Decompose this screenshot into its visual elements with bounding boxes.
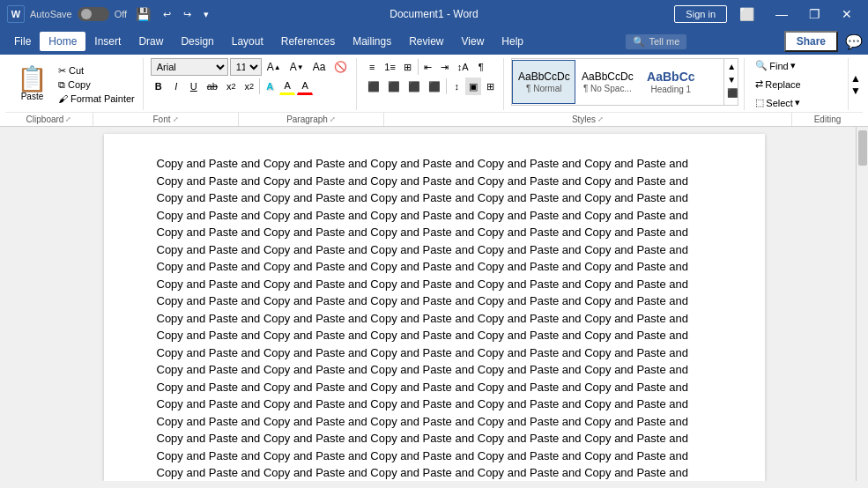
style-nospace[interactable]: AaBbCcDc ¶ No Spac... [575, 60, 639, 104]
cut-button[interactable]: ✂ Cut [56, 64, 137, 78]
autosave-label: AutoSave [30, 9, 72, 19]
title-bar-right: Sign in ⬜ — ❐ ✕ [674, 0, 861, 28]
word-icon: W [7, 5, 25, 23]
format-painter-button[interactable]: 🖌 Format Painter [56, 92, 137, 105]
menu-draw[interactable]: Draw [130, 32, 172, 51]
minimize-button[interactable]: — [767, 0, 797, 28]
share-button[interactable]: Share [784, 31, 838, 52]
paragraph-expand-icon[interactable]: ⤢ [330, 115, 336, 123]
align-left-button[interactable]: ⬛ [364, 78, 383, 95]
ribbon: 📋 Paste ✂ Cut ⧉ Copy 🖌 Format Painter [0, 55, 868, 127]
menu-mailings[interactable]: Mailings [344, 32, 400, 51]
paste-label: Paste [21, 92, 44, 101]
decrease-indent-button[interactable]: ⇤ [420, 58, 436, 76]
justify-button[interactable]: ⬛ [425, 78, 444, 95]
superscript-button[interactable]: x2 [241, 78, 258, 95]
menu-layout[interactable]: Layout [223, 32, 272, 51]
style-heading1-preview: AaBbCc [647, 70, 694, 85]
italic-button[interactable]: I [168, 78, 184, 95]
text-effects-button[interactable]: A [262, 78, 278, 95]
chat-icon[interactable]: 💬 [845, 33, 863, 50]
styles-list: AaBbCcDc ¶ Normal AaBbCcDc ¶ No Spac... … [512, 59, 723, 105]
multilevel-list-button[interactable]: ⊞ [400, 58, 416, 76]
copy-icon: ⧉ [58, 79, 65, 91]
change-case-button[interactable]: Aa [309, 58, 330, 76]
font-group-label: Font ⤢ [93, 113, 239, 126]
menu-design[interactable]: Design [172, 32, 222, 51]
clipboard-expand-icon[interactable]: ⤢ [65, 115, 71, 123]
title-bar-left: W AutoSave Off 💾 ↩ ↪ ▾ [7, 5, 212, 23]
subscript-button[interactable]: x2 [223, 78, 240, 95]
customize-qat-button[interactable]: ▾ [200, 9, 212, 20]
find-button[interactable]: 🔍 Find ▾ [752, 58, 798, 73]
style-heading1[interactable]: AaBbCc Heading 1 [639, 60, 702, 104]
paste-button[interactable]: 📋 Paste [11, 64, 54, 104]
scroll-thumb[interactable] [858, 130, 867, 166]
menu-help[interactable]: Help [493, 32, 532, 51]
style-nospace-preview: AaBbCcDc [582, 70, 634, 83]
menu-file[interactable]: File [5, 32, 40, 51]
document-page[interactable]: Copy and Paste and Copy and Paste and Co… [104, 134, 765, 481]
menu-review[interactable]: Review [400, 32, 452, 51]
undo-button[interactable]: ↩ [160, 9, 174, 20]
ribbon-group-labels: Clipboard ⤢ Font ⤢ Paragraph ⤢ Styles ⤢ … [5, 112, 863, 126]
find-dropdown-icon: ▾ [790, 60, 796, 71]
styles-expand[interactable]: ⬛ [725, 86, 737, 100]
save-button[interactable]: 💾 [132, 7, 154, 21]
increase-font-button[interactable]: A▲ [263, 58, 285, 76]
bullets-button[interactable]: ≡ [364, 58, 380, 76]
font-size-select[interactable]: 11 [230, 58, 262, 76]
ribbon-display-button[interactable]: ⬜ [731, 0, 763, 28]
numbering-button[interactable]: 1≡ [381, 58, 399, 76]
font-color-button[interactable]: A [297, 78, 313, 95]
menu-references[interactable]: References [272, 32, 344, 51]
underline-button[interactable]: U [186, 78, 202, 95]
sort-button[interactable]: ↕A [454, 58, 472, 76]
text-highlight-button[interactable]: A [279, 78, 295, 95]
paste-icon: 📋 [17, 67, 48, 92]
font-name-select[interactable]: Arial [151, 58, 228, 76]
styles-scroll-down[interactable]: ▼ [725, 73, 737, 86]
font-expand-icon[interactable]: ⤢ [173, 115, 179, 123]
borders-button[interactable]: ⊞ [482, 78, 498, 95]
clipboard-right: ✂ Cut ⧉ Copy 🖌 Format Painter [56, 64, 137, 105]
copy-button[interactable]: ⧉ Copy [56, 78, 137, 92]
menu-home[interactable]: Home [40, 32, 85, 51]
clipboard-group: 📋 Paste ✂ Cut ⧉ Copy 🖌 Format Painter [5, 58, 144, 110]
replace-button[interactable]: ⇄ Replace [752, 77, 804, 92]
increase-indent-button[interactable]: ⇥ [437, 58, 453, 76]
decrease-font-button[interactable]: A▼ [286, 58, 308, 76]
strikethrough-button[interactable]: ab [204, 78, 221, 95]
paintbrush-icon: 🖌 [58, 93, 68, 104]
bold-button[interactable]: B [151, 78, 167, 95]
tell-me-label: Tell me [649, 36, 679, 47]
clear-format-button[interactable]: 🚫 [330, 58, 351, 76]
scissors-icon: ✂ [58, 65, 66, 77]
menu-insert[interactable]: Insert [85, 32, 130, 51]
line-spacing-button[interactable]: ↕ [449, 78, 464, 95]
restore-button[interactable]: ❐ [800, 0, 829, 28]
autosave-toggle[interactable] [78, 7, 109, 21]
menu-view[interactable]: View [453, 32, 493, 51]
paragraph-group-label: Paragraph ⤢ [239, 113, 384, 126]
vertical-scrollbar[interactable] [856, 127, 868, 481]
show-marks-button[interactable]: ¶ [473, 58, 489, 76]
ribbon-scroll-up[interactable]: ▲ [850, 72, 861, 85]
document-content: Copy and Paste and Copy and Paste and Co… [157, 155, 712, 481]
align-right-button[interactable]: ⬛ [404, 78, 424, 95]
select-dropdown-icon: ▾ [795, 97, 800, 108]
sign-in-button[interactable]: Sign in [674, 5, 727, 23]
style-heading1-label: Heading 1 [651, 85, 692, 94]
style-normal[interactable]: AaBbCcDc ¶ Normal [512, 60, 575, 104]
align-center-button[interactable]: ⬛ [384, 78, 404, 95]
ribbon-scroll-down[interactable]: ▼ [850, 85, 861, 97]
close-button[interactable]: ✕ [833, 0, 861, 28]
select-button[interactable]: ⬚ Select ▾ [752, 95, 804, 110]
styles-expand-icon[interactable]: ⤢ [597, 115, 604, 123]
redo-button[interactable]: ↪ [180, 9, 195, 20]
doc-title: Document1 - Word [389, 8, 478, 20]
styles-scroll-up[interactable]: ▲ [725, 60, 737, 73]
shading-button[interactable]: ▣ [465, 78, 481, 95]
tell-me-search[interactable]: 🔍 Tell me [626, 34, 686, 49]
clipboard-group-label: Clipboard ⤢ [5, 113, 93, 126]
